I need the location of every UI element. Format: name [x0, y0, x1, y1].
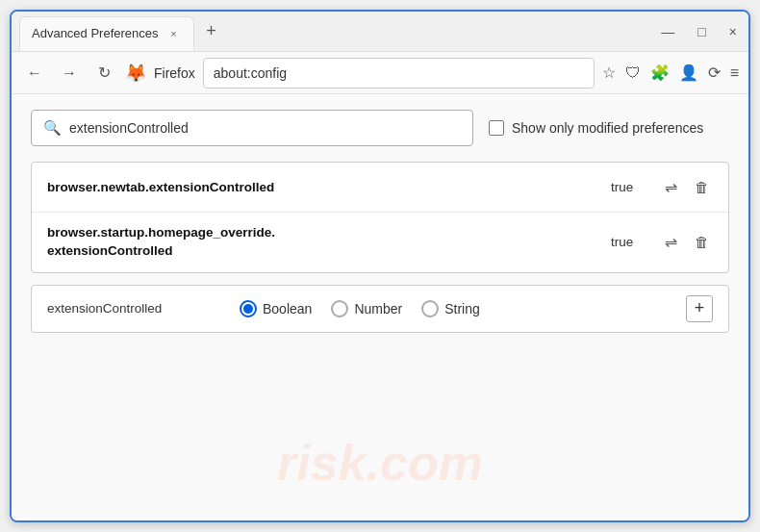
reload-button[interactable]: ↻: [90, 60, 117, 87]
search-input[interactable]: extensionControlled: [69, 120, 461, 136]
maximize-button[interactable]: □: [694, 20, 709, 43]
add-pref-row: extensionControlled Boolean Number Strin…: [31, 285, 729, 333]
row-actions-2: ⇌ 🗑: [661, 229, 713, 255]
boolean-label: Boolean: [263, 301, 312, 317]
minimize-button[interactable]: —: [657, 20, 678, 43]
tab-close-button[interactable]: ×: [166, 26, 182, 41]
bookmark-icon[interactable]: ☆: [602, 63, 616, 82]
title-bar: Advanced Preferences × + — □ ×: [12, 12, 748, 52]
boolean-radio-inner: [243, 304, 253, 314]
browser-window: Advanced Preferences × + — □ × ← → ↻ 🦊 F…: [10, 10, 750, 522]
delete-icon-1[interactable]: 🗑: [691, 175, 713, 199]
browser-tab[interactable]: Advanced Preferences ×: [19, 16, 194, 51]
address-bar[interactable]: about:config: [203, 58, 595, 89]
modified-prefs-checkbox[interactable]: [489, 120, 504, 136]
close-button[interactable]: ×: [725, 20, 741, 43]
string-radio-circle[interactable]: [421, 300, 439, 317]
pref-name-2: browser.startup.homepage_override. exten…: [47, 224, 611, 261]
toggle-icon-1[interactable]: ⇌: [661, 174, 681, 200]
content-area: 🔍 extensionControlled Show only modified…: [12, 94, 748, 520]
nav-icons: ☆ 🛡 🧩 👤 ⟳ ≡: [602, 63, 739, 82]
new-tab-button[interactable]: +: [198, 18, 225, 45]
string-radio[interactable]: String: [421, 300, 480, 317]
profile-icon[interactable]: 👤: [679, 63, 698, 82]
pref-value-2: true: [611, 235, 649, 249]
pref-name-2-line2: extensionControlled: [47, 243, 173, 258]
table-row: browser.newtab.extensionControlled true …: [32, 163, 728, 213]
delete-icon-2[interactable]: 🗑: [691, 230, 713, 254]
nav-bar: ← → ↻ 🦊 Firefox about:config ☆ 🛡 🧩 👤 ⟳ ≡: [12, 52, 748, 94]
modified-prefs-label: Show only modified preferences: [512, 120, 703, 136]
window-controls: — □ ×: [657, 20, 741, 43]
row-actions-1: ⇌ 🗑: [661, 174, 713, 200]
back-button[interactable]: ←: [21, 60, 48, 87]
tab-title: Advanced Preferences: [32, 26, 159, 40]
results-table: browser.newtab.extensionControlled true …: [31, 162, 729, 273]
search-icon: 🔍: [43, 119, 62, 137]
browser-label: Firefox: [154, 65, 195, 81]
watermark: risk.com: [277, 434, 483, 492]
modified-prefs-checkbox-label[interactable]: Show only modified preferences: [489, 120, 703, 136]
boolean-radio-circle[interactable]: [240, 300, 257, 317]
search-box[interactable]: 🔍 extensionControlled: [31, 110, 473, 146]
forward-button[interactable]: →: [56, 60, 83, 87]
string-label: String: [444, 301, 480, 317]
add-pref-button[interactable]: +: [686, 295, 713, 322]
pref-name-2-line1: browser.startup.homepage_override.: [47, 225, 275, 240]
menu-icon[interactable]: ≡: [730, 64, 739, 82]
new-pref-name: extensionControlled: [47, 301, 220, 316]
address-text: about:config: [214, 65, 287, 81]
search-row: 🔍 extensionControlled Show only modified…: [31, 110, 729, 146]
firefox-icon: 🦊: [125, 63, 146, 84]
number-label: Number: [354, 301, 402, 317]
pref-value-1: true: [611, 180, 649, 194]
number-radio[interactable]: Number: [331, 300, 402, 317]
type-radio-group: Boolean Number String: [240, 300, 667, 317]
number-radio-circle[interactable]: [331, 300, 348, 317]
sync-icon[interactable]: ⟳: [708, 63, 721, 82]
boolean-radio[interactable]: Boolean: [240, 300, 312, 317]
toggle-icon-2[interactable]: ⇌: [661, 229, 681, 255]
extension-icon[interactable]: 🧩: [650, 63, 670, 82]
shield-icon[interactable]: 🛡: [625, 64, 641, 82]
pref-name-1: browser.newtab.extensionControlled: [47, 180, 611, 194]
table-row: browser.startup.homepage_override. exten…: [32, 213, 728, 272]
